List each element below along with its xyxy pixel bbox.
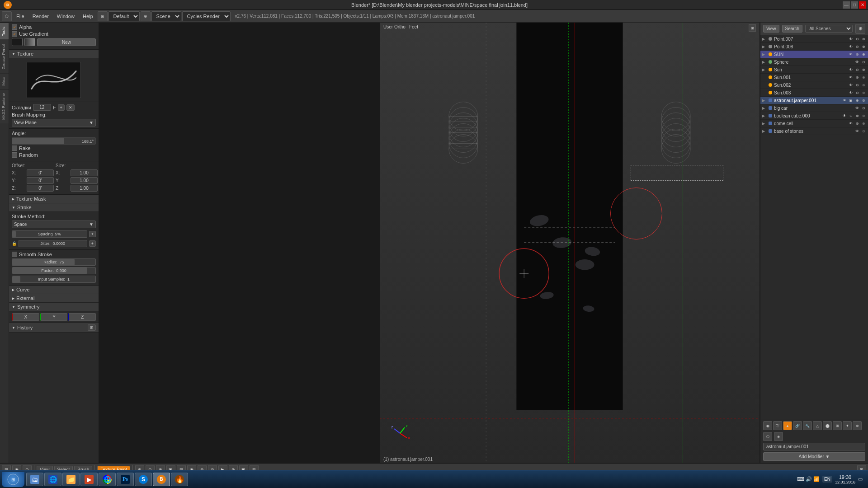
symmetry-x-btn[interactable]: X <box>12 313 39 321</box>
rake-checkbox[interactable] <box>12 145 17 151</box>
menu-file[interactable]: File <box>13 12 28 20</box>
taskbar-item-skype[interactable]: S <box>135 473 152 486</box>
props-icon-material[interactable]: ⬤ <box>823 421 832 430</box>
layout-selector[interactable]: Default <box>108 11 140 21</box>
offset-z-value[interactable]: 0' <box>27 185 54 192</box>
factor-slider[interactable]: Factor: 0.900 <box>12 267 96 274</box>
tex-icon-astronaut[interactable]: ▣ <box>848 98 854 103</box>
cursor-icon-sun[interactable]: ⊙ <box>854 52 860 57</box>
color-btn-black[interactable] <box>12 38 23 46</box>
render-icon-domecell[interactable]: ⊕ <box>861 121 866 126</box>
props-icon-modifiers[interactable]: 🔧 <box>803 421 812 430</box>
dot-icon-sun001[interactable]: ⊙ <box>854 75 860 80</box>
blender-mode-icon[interactable]: ⬡ <box>2 11 12 21</box>
render-icon-point008[interactable]: ⊕ <box>861 44 866 49</box>
history-section-header[interactable]: ▼ History ⊞ <box>9 323 99 333</box>
taskbar-item-files[interactable]: 📁 <box>62 473 80 486</box>
props-icon-object[interactable]: ▲ <box>783 421 792 430</box>
eye-icon-sun002[interactable]: 👁 <box>848 82 854 88</box>
symmetry-y-btn[interactable]: Y <box>40 313 68 321</box>
smooth-stroke-checkbox[interactable] <box>12 252 17 257</box>
random-checkbox[interactable] <box>12 152 17 158</box>
jitter-slider[interactable]: Jitter: 0.0000 <box>19 240 87 247</box>
render-icon-astronaut[interactable]: ⊕ <box>854 98 860 103</box>
size-y-value[interactable]: 1.00 <box>71 177 98 184</box>
show-desktop-icon[interactable]: ▭ <box>858 476 863 482</box>
add-modifier-btn[interactable]: Add Modifier ▼ <box>763 452 865 461</box>
eye-icon-domecell[interactable]: 👁 <box>848 121 854 126</box>
color-btn-gradient[interactable] <box>24 38 35 46</box>
cursor-icon-sun1[interactable]: ⊙ <box>854 67 860 72</box>
size-x-value[interactable]: 1.00 <box>71 169 98 176</box>
eye-icon-basestones[interactable]: 👁 <box>854 128 860 134</box>
render-icon-booleancube[interactable]: ⊕ <box>861 113 866 118</box>
maximize-button[interactable]: □ <box>851 1 858 9</box>
cursor-icon-domecell[interactable]: ⊙ <box>854 121 860 126</box>
lock-icon[interactable]: 🔒 <box>12 241 17 246</box>
props-icon-scene[interactable]: 🎬 <box>773 421 782 430</box>
props-icon-texture[interactable]: ⊞ <box>833 421 842 430</box>
scene-item-bigcar[interactable]: ▶ big car 👁 ⊙ <box>760 104 868 112</box>
viewport[interactable]: User Ortho Feet ⊞ X Y Z (1) astronaut.ja… <box>380 23 760 463</box>
scene-item-sun001[interactable]: Sun.001 👁 ⊙ ⊕ <box>760 74 868 81</box>
external-section-header[interactable]: ▶ External <box>9 294 99 303</box>
search-btn[interactable]: Search <box>782 25 803 33</box>
use-gradient-checkbox[interactable] <box>12 31 17 37</box>
language-indicator[interactable]: EN <box>822 476 832 483</box>
render-icon-sun[interactable]: ⊕ <box>861 52 866 57</box>
offset-y-value[interactable]: 0' <box>27 177 54 184</box>
scene-item-basestones[interactable]: ▶ base of stones 👁 ⊙ <box>760 127 868 135</box>
taskbar-item-media[interactable]: ▶ <box>80 473 98 486</box>
engine-selector[interactable]: Cycles Render <box>182 11 231 21</box>
cursor-icon-booleancube[interactable]: ⊙ <box>848 113 854 118</box>
eye-icon-sun[interactable]: 👁 <box>848 52 854 57</box>
stroke-method-dropdown[interactable]: Space ▼ <box>12 221 96 228</box>
scene-item-astronaut[interactable]: ▶ astronaut.jamper.001 👁 ▣ ⊕ ⊙ <box>760 97 868 104</box>
props-icon-constraints[interactable]: 🔗 <box>793 421 802 430</box>
extra-icon-booleancube[interactable]: ⊕ <box>854 113 860 118</box>
props-icon-data[interactable]: △ <box>813 421 822 430</box>
side-tab-grease[interactable]: Grease Pencil <box>0 40 9 73</box>
history-options-btn[interactable]: ⊞ <box>88 324 96 331</box>
eye-icon-bigcar[interactable]: 👁 <box>854 105 860 111</box>
menu-window[interactable]: Window <box>53 12 78 20</box>
props-icon-obj2[interactable]: ◈ <box>774 432 783 441</box>
taskbar-item-chrome[interactable]: 🌐 <box>99 473 116 486</box>
scene-selector[interactable]: Scene <box>151 11 181 21</box>
brush-mapping-dropdown[interactable]: View Plane ▼ <box>12 119 96 127</box>
eye-icon-sphere[interactable]: 👁 <box>854 59 860 65</box>
new-btn[interactable]: New <box>37 38 96 46</box>
scene-item-point007[interactable]: ▶ Point.007 👁 ⊙ ⊕ <box>760 35 868 43</box>
render-icon-sun1[interactable]: ⊕ <box>861 67 866 72</box>
scene-item-sun1[interactable]: ▶ Sun 👁 ⊙ ⊕ <box>760 66 868 74</box>
start-button[interactable]: ⊞ <box>2 472 24 487</box>
side-tab-misc[interactable]: Misc <box>0 73 9 89</box>
offset-x-value[interactable]: 0' <box>27 169 54 176</box>
cursor-icon-point007[interactable]: ⊙ <box>854 36 860 42</box>
render-icon-point007[interactable]: ⊕ <box>861 36 866 42</box>
render-icon-sun002[interactable]: ⊕ <box>861 82 866 88</box>
render-icon-sun003[interactable]: ⊕ <box>861 90 866 95</box>
dot-icon-sun002[interactable]: ⊙ <box>854 82 860 88</box>
eye-icon-sun003[interactable]: 👁 <box>848 90 854 95</box>
folds-value[interactable]: 12 <box>33 104 51 111</box>
scene-item-sun003[interactable]: Sun.003 👁 ⊙ ⊕ <box>760 89 868 97</box>
scene-item-sphere[interactable]: ▶ Sphere 👁 ⊙ <box>760 58 868 66</box>
menu-render[interactable]: Render <box>29 12 52 20</box>
symmetry-section-header[interactable]: ▼ Symmetry <box>9 303 99 311</box>
scene-item-sun002[interactable]: Sun.002 👁 ⊙ ⊕ <box>760 81 868 89</box>
taskbar-item-blender[interactable]: B <box>153 473 170 486</box>
close-button[interactable]: ✕ <box>859 1 866 9</box>
angle-slider[interactable]: 168.1° <box>12 137 96 145</box>
cursor-icon-bigcar[interactable]: ⊙ <box>861 105 866 111</box>
cursor-icon-sphere[interactable]: ⊙ <box>861 59 866 65</box>
render-icon-sun001[interactable]: ⊕ <box>861 75 866 80</box>
side-tab-mkx2[interactable]: MkX2 Runtime <box>0 89 9 123</box>
props-icon-obj1[interactable]: ⬡ <box>763 432 772 441</box>
cursor-icon-basestones[interactable]: ⊙ <box>861 128 866 134</box>
taskbar-item-extra[interactable]: 🔥 <box>171 473 188 486</box>
dot-icon-sun003[interactable]: ⊙ <box>854 90 860 95</box>
side-tab-tools[interactable]: Tools <box>0 23 9 40</box>
taskbar-item-ps[interactable]: Ps <box>117 473 134 486</box>
texture-section-header[interactable]: ▼ Texture <box>9 50 99 58</box>
